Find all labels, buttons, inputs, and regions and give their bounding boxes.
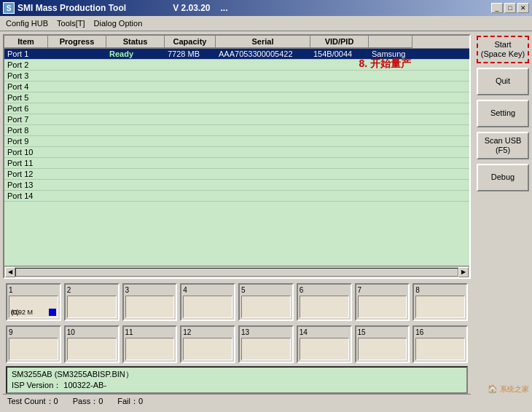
port-inner	[67, 338, 117, 360]
port-cell[interactable]: 10	[64, 325, 120, 363]
port-number: 16	[415, 328, 423, 336]
port-cell[interactable]: 15	[355, 325, 410, 363]
port-cell[interactable]: 11	[122, 325, 178, 363]
menu-tools[interactable]: Tools[T]	[52, 17, 90, 29]
scroll-left-button[interactable]: ◀	[5, 267, 15, 277]
maximize-button[interactable]: □	[504, 3, 516, 13]
test-count: Test Count：0	[7, 396, 58, 407]
scan-usb-button[interactable]: Scan USB (F5)	[477, 132, 529, 159]
port-cell[interactable]: 5	[238, 283, 294, 321]
col-progress: Progress	[48, 36, 106, 48]
port-number: 15	[358, 328, 366, 336]
port-inner	[241, 296, 291, 318]
port-inner: 8192 M(0)	[9, 296, 58, 318]
minimize-button[interactable]: _	[491, 3, 503, 13]
port-number: 13	[241, 328, 249, 336]
quit-button[interactable]: Quit	[477, 68, 529, 95]
info-line1: SM3255AB (SM3255ABISP.BIN）	[12, 369, 462, 380]
table-row[interactable]: Port 13	[4, 180, 469, 191]
port-cell[interactable]: 16	[412, 325, 468, 363]
table-row[interactable]: Port 5	[4, 92, 469, 103]
table-row[interactable]: Port 6	[4, 103, 469, 114]
table-row[interactable]: Port 12	[4, 169, 469, 180]
start-button[interactable]: Start (Space Key)	[477, 36, 529, 63]
app-icon: S	[3, 2, 15, 14]
table-row[interactable]: Port 8	[4, 125, 469, 136]
port-grid-row1: 18192 M(0)2345678	[3, 279, 471, 324]
port-cell[interactable]: 6	[297, 283, 352, 321]
app-ellipsis: ...	[221, 3, 228, 13]
col-item: Item	[4, 36, 48, 48]
title-bar: S SMI Mass Production Tool V 2.03.20 ...…	[0, 0, 532, 16]
port-cell[interactable]: 13	[238, 325, 294, 363]
port-inner	[415, 338, 465, 360]
debug-button[interactable]: Debug	[477, 164, 529, 191]
port-cell[interactable]: 7	[355, 283, 410, 321]
status-bar: Test Count：0 Pass：0 Fail：0	[3, 394, 471, 408]
port-number: 1	[9, 286, 13, 294]
close-button[interactable]: ✕	[517, 3, 529, 13]
menu-bar: Config HUB Tools[T] Dialog Option	[0, 16, 532, 31]
port-cell[interactable]: 18192 M(0)	[6, 283, 61, 321]
app-version: V 2.03.20	[173, 3, 210, 13]
col-serial: Serial	[216, 36, 310, 48]
main-content: Item Progress Status Capacity Serial VID…	[0, 31, 532, 411]
table-row[interactable]: Port 9	[4, 136, 469, 147]
port-cell[interactable]: 4	[180, 283, 235, 321]
port-cell[interactable]: 2	[64, 283, 120, 321]
table-row[interactable]: Port 10	[4, 147, 469, 158]
port-number: 8	[415, 286, 420, 294]
port-sublabel: (0)	[11, 309, 19, 316]
port-number: 11	[125, 328, 133, 336]
fail-count: Fail：0	[117, 396, 143, 407]
scroll-right-button[interactable]: ▶	[458, 267, 469, 277]
port-inner	[125, 296, 175, 318]
port-inner	[358, 296, 407, 318]
fail-label: Fail：0	[117, 396, 143, 407]
table-row[interactable]: Port 3	[4, 71, 469, 82]
pass-count: Pass：0	[73, 396, 103, 407]
port-inner	[183, 296, 232, 318]
port-cell[interactable]: 14	[297, 325, 352, 363]
right-panel: Start (Space Key) Quit Setting Scan USB …	[474, 31, 532, 411]
table-row[interactable]: Port 11	[4, 158, 469, 169]
table-header: Item Progress Status Capacity Serial VID…	[4, 36, 469, 49]
horizontal-scroll-area: ◀ ▶	[4, 266, 469, 277]
port-number: 3	[125, 286, 130, 294]
port-inner	[358, 338, 407, 360]
port-active-indicator	[49, 309, 56, 316]
window-controls: _ □ ✕	[491, 3, 529, 13]
port-cell[interactable]: 12	[180, 325, 235, 363]
port-cell[interactable]: 8	[412, 283, 468, 321]
col-status: Status	[106, 36, 165, 48]
port-number: 6	[300, 286, 304, 294]
menu-dialog-option[interactable]: Dialog Option	[90, 17, 147, 29]
port-number: 14	[300, 328, 308, 336]
info-bar: SM3255AB (SM3255ABISP.BIN） ISP Version： …	[6, 366, 468, 394]
port-number: 12	[183, 328, 191, 336]
port-inner	[9, 338, 58, 360]
port-grid-row2: 910111213141516	[3, 324, 471, 366]
horizontal-scrollbar[interactable]	[15, 268, 458, 277]
port-number: 2	[67, 286, 71, 294]
port-inner	[415, 296, 465, 318]
menu-config-hub[interactable]: Config HUB	[1, 17, 52, 29]
production-message: 8. 开始量产	[359, 58, 411, 71]
setting-button[interactable]: Setting	[477, 100, 529, 127]
table-row[interactable]: Port 14	[4, 191, 469, 202]
port-inner	[67, 296, 117, 318]
table-body[interactable]: Port 1Ready7728 MBAAA7053300005422154B/0…	[4, 49, 469, 266]
port-number: 9	[9, 328, 13, 336]
table-row[interactable]: Port 7	[4, 114, 469, 125]
port-number: 10	[67, 328, 75, 336]
app-title: SMI Mass Production Tool	[17, 3, 126, 13]
port-inner	[241, 338, 291, 360]
port-number: 4	[183, 286, 187, 294]
port-number: 5	[241, 286, 246, 294]
port-inner	[183, 338, 232, 360]
port-cell[interactable]: 9	[6, 325, 61, 363]
watermark: 🏠 系统之家	[488, 384, 529, 395]
port-cell[interactable]: 3	[122, 283, 178, 321]
pass-label: Pass：0	[73, 396, 103, 407]
table-row[interactable]: Port 4	[4, 82, 469, 92]
